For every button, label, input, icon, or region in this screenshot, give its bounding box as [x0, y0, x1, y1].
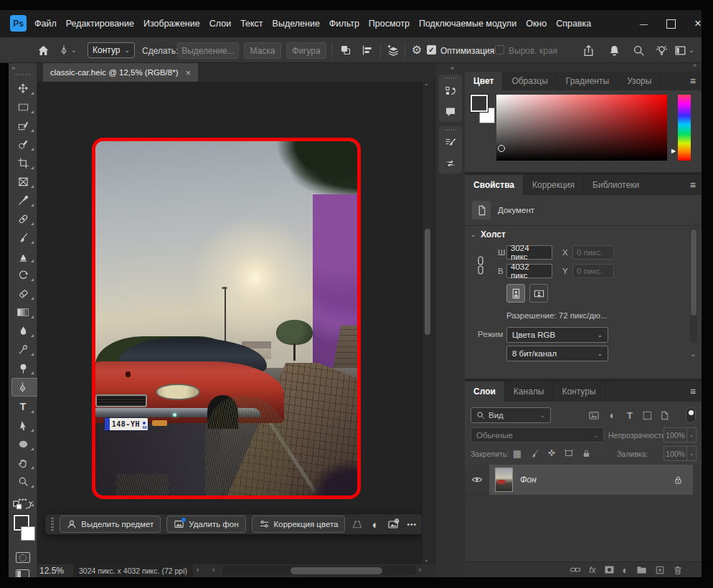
tool-brush[interactable] [9, 228, 37, 247]
close-tab-icon[interactable]: × [185, 67, 191, 78]
tab-swatches[interactable]: Образцы [503, 72, 557, 90]
workspace-switcher-icon[interactable]: ⌄ [674, 42, 694, 59]
menu-file[interactable]: Файл [34, 19, 57, 29]
scroll-up-icon[interactable]: ⌃ [424, 83, 429, 90]
properties-scroll-down-icon[interactable]: ⌄ [690, 350, 696, 358]
pick-tool-mode-dropdown[interactable]: Контур ⌄ [88, 42, 135, 58]
tool-rectangular-marquee[interactable] [9, 98, 37, 116]
tool-quick-selection[interactable] [9, 135, 37, 153]
pen-tool-preset-icon[interactable]: ⌄ [59, 42, 77, 59]
canvas-section-chevron-icon[interactable]: ⌄ [471, 231, 476, 238]
filter-shape-layers-icon[interactable] [638, 407, 656, 423]
link-layers-icon[interactable] [570, 565, 581, 574]
orientation-landscape-button[interactable] [529, 284, 548, 303]
tools-grip[interactable] [14, 74, 32, 75]
lock-all-icon[interactable] [578, 446, 594, 460]
tool-type[interactable]: T [9, 397, 37, 416]
tool-blur[interactable] [9, 321, 37, 340]
home-icon[interactable] [34, 42, 52, 59]
filter-type-layers-icon[interactable]: T [621, 407, 638, 423]
lock-position-icon[interactable]: ✜ [544, 446, 559, 460]
tool-path-selection[interactable] [9, 416, 37, 435]
scroll-down-icon[interactable]: ⌄ [424, 556, 429, 563]
menu-edit[interactable]: Редактирование [66, 19, 134, 29]
collapse-panels-icon[interactable]: » [693, 62, 696, 69]
scroll-left-icon[interactable]: ‹ [212, 566, 214, 574]
optimization-checkbox[interactable]: ✓ [427, 45, 436, 54]
photo-classic-car[interactable]: 148-YH 69 [92, 138, 361, 499]
filter-adjustment-layers-icon[interactable]: ◐ [604, 407, 621, 423]
color-field[interactable] [496, 95, 667, 161]
comments-panel-icon[interactable] [439, 101, 462, 122]
adjustment-icon[interactable]: ◐ [369, 516, 382, 532]
menu-window[interactable]: Окно [526, 19, 547, 29]
layer-visibility-cell[interactable] [465, 465, 489, 495]
history-panel-icon[interactable] [439, 80, 462, 101]
tool-object-selection[interactable] [9, 116, 37, 135]
filter-pixel-layers-icon[interactable] [585, 407, 603, 423]
layers-panel-menu-icon[interactable]: ≡ [690, 381, 696, 402]
menu-select[interactable]: Выделение [273, 19, 320, 29]
tool-healing-brush[interactable] [9, 209, 37, 228]
discover-lightbulb-icon[interactable] [653, 42, 670, 59]
layer-row-selected[interactable]: Фон [489, 465, 693, 495]
tool-hand[interactable] [9, 453, 37, 472]
layer-filter-dropdown[interactable]: Вид ⌄ [471, 407, 551, 423]
horizontal-scroll-thumb[interactable] [291, 567, 382, 574]
tab-libraries[interactable]: Библиотеки [584, 175, 648, 195]
menu-image[interactable]: Изображение [143, 19, 200, 29]
color-correction-button[interactable]: Коррекция цвета [252, 516, 346, 533]
color-field-marker[interactable] [498, 145, 505, 152]
share-icon[interactable] [580, 42, 597, 59]
tool-smudge[interactable] [9, 340, 37, 359]
brush-settings-panel-icon[interactable] [439, 132, 462, 153]
path-arrangement-icon[interactable] [384, 42, 402, 59]
background-color-swatch[interactable] [21, 526, 35, 541]
expand-tools-icon[interactable]: » [11, 65, 14, 72]
swap-colors-icon[interactable] [12, 499, 35, 511]
status-popup-icon[interactable]: › [197, 566, 199, 574]
filter-smart-objects-icon[interactable] [656, 407, 673, 423]
new-adjustment-layer-icon[interactable]: ◐ [623, 564, 628, 576]
properties-scroll-thumb[interactable] [691, 229, 697, 316]
orientation-portrait-button[interactable] [506, 284, 525, 303]
zoom-level-field[interactable]: 12.5% [39, 566, 64, 576]
lock-pixels-icon[interactable] [527, 446, 542, 460]
tool-eyedropper[interactable] [9, 191, 37, 209]
menu-plugins[interactable]: Подключаемые модули [419, 19, 516, 29]
remove-background-button[interactable]: Удалить фон [166, 516, 245, 533]
taskbar-more-icon[interactable]: ••• [406, 516, 418, 532]
layer-row-background[interactable]: Фон [465, 465, 702, 495]
color-panel-menu-icon[interactable]: ≡ [690, 72, 696, 90]
expand-panels-icon[interactable]: « [450, 65, 453, 72]
path-operations-icon[interactable] [337, 42, 354, 59]
new-group-icon[interactable] [636, 565, 647, 574]
notification-bell-icon[interactable] [605, 42, 623, 59]
close-button[interactable]: × [694, 16, 702, 31]
link-dimensions-icon[interactable] [473, 250, 488, 281]
lock-transparency-icon[interactable]: ▦ [509, 446, 525, 460]
tool-frame[interactable] [9, 172, 37, 191]
new-layer-icon[interactable] [655, 565, 665, 575]
vertical-scroll-thumb[interactable] [425, 229, 430, 335]
tab-color[interactable]: Цвет [465, 72, 503, 90]
menu-filter[interactable]: Фильтр [329, 19, 359, 29]
tool-presets-panel-icon[interactable] [439, 153, 462, 174]
add-image-icon[interactable] [387, 516, 400, 532]
tool-eraser[interactable] [9, 284, 37, 303]
canvas-vertical-scrollbar[interactable]: ⌃ ⌄ [422, 82, 431, 564]
color-foreground-swatch[interactable] [471, 95, 488, 112]
tab-gradients[interactable]: Градиенты [557, 72, 618, 90]
tool-dodge[interactable] [9, 359, 37, 377]
minimize-button[interactable]: — [640, 19, 648, 28]
path-alignment-icon[interactable] [359, 42, 376, 59]
tool-zoom[interactable] [9, 472, 37, 490]
hue-slider[interactable] [678, 95, 691, 161]
tool-clone-stamp[interactable] [9, 247, 37, 265]
layer-style-icon[interactable]: fx [589, 565, 595, 575]
color-mode-dropdown[interactable]: Цвета RGB ⌄ [506, 327, 608, 343]
tool-crop[interactable] [9, 153, 37, 172]
tab-paths[interactable]: Контуры [553, 381, 605, 402]
tool-move[interactable] [9, 79, 37, 98]
width-field[interactable]: 3024 пикс [506, 245, 552, 260]
